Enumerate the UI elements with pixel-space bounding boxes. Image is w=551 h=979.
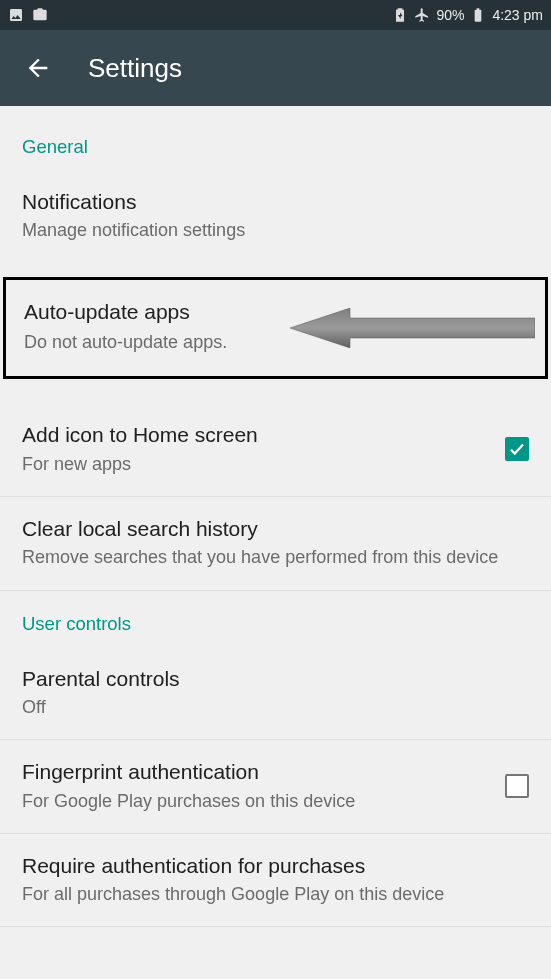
row-require-auth-title: Require authentication for purchases: [22, 852, 529, 880]
airplane-mode-icon: [414, 7, 430, 23]
arrow-back-icon: [24, 54, 52, 82]
battery-percent: 90%: [436, 7, 464, 23]
row-notifications-title: Notifications: [22, 188, 529, 216]
battery-icon: [470, 7, 486, 23]
row-clear-history-title: Clear local search history: [22, 515, 529, 543]
row-add-icon-title: Add icon to Home screen: [22, 421, 489, 449]
row-parental-controls[interactable]: Parental controls Off: [0, 647, 551, 741]
row-parental-title: Parental controls: [22, 665, 529, 693]
section-header-user-controls: User controls: [0, 591, 551, 647]
row-add-icon-home[interactable]: Add icon to Home screen For new apps: [0, 403, 551, 497]
status-bar: 90% 4:23 pm: [0, 0, 551, 30]
page-title: Settings: [88, 53, 182, 84]
annotation-arrow-icon: [290, 308, 535, 348]
row-parental-sub: Off: [22, 695, 529, 719]
row-notifications[interactable]: Notifications Manage notification settin…: [0, 170, 551, 263]
section-header-general: General: [0, 106, 551, 170]
clock-text: 4:23 pm: [492, 7, 543, 23]
row-clear-history-sub: Remove searches that you have performed …: [22, 545, 529, 569]
camera-icon: [32, 7, 48, 23]
row-clear-search-history[interactable]: Clear local search history Remove search…: [0, 497, 551, 591]
row-require-auth[interactable]: Require authentication for purchases For…: [0, 834, 551, 928]
row-notifications-sub: Manage notification settings: [22, 218, 529, 242]
settings-list[interactable]: General Notifications Manage notificatio…: [0, 106, 551, 979]
row-add-icon-sub: For new apps: [22, 452, 489, 476]
svg-marker-0: [290, 308, 535, 348]
checkbox-fingerprint[interactable]: [505, 774, 529, 798]
picture-icon: [8, 7, 24, 23]
app-bar: Settings: [0, 30, 551, 106]
row-require-auth-sub: For all purchases through Google Play on…: [22, 882, 529, 906]
row-fingerprint-auth[interactable]: Fingerprint authentication For Google Pl…: [0, 740, 551, 834]
row-fingerprint-title: Fingerprint authentication: [22, 758, 489, 786]
row-auto-update-apps[interactable]: Auto-update apps Do not auto-update apps…: [3, 277, 548, 380]
back-button[interactable]: [18, 48, 58, 88]
battery-saver-icon: [392, 7, 408, 23]
checkbox-add-icon[interactable]: [505, 437, 529, 461]
row-fingerprint-sub: For Google Play purchases on this device: [22, 789, 489, 813]
